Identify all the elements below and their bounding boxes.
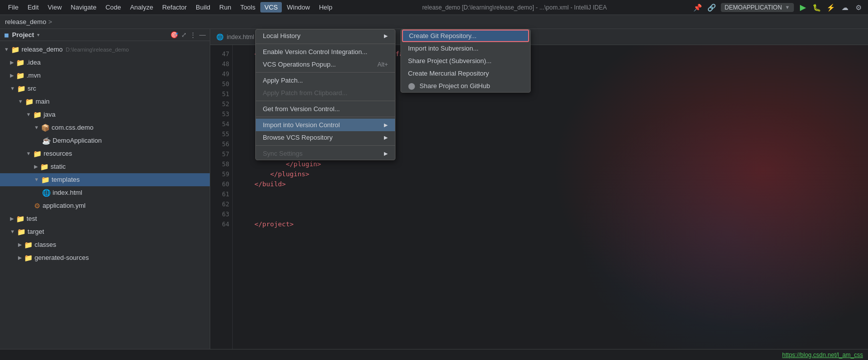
- breadcrumb-project[interactable]: release_demo: [5, 18, 46, 26]
- menu-bar: File Edit View Navigate Code Analyze Ref…: [4, 2, 336, 13]
- menu-vcs[interactable]: VCS: [260, 2, 282, 13]
- line-num: 56: [213, 139, 229, 149]
- tree-item-application-yml[interactable]: ⚙ application.yml: [0, 199, 210, 212]
- line-num: 52: [213, 99, 229, 109]
- tree-item-static[interactable]: ▶ 📁 static: [0, 160, 210, 173]
- menu-edit[interactable]: Edit: [24, 2, 43, 13]
- submenu-share-github[interactable]: ⬤ Share Project on GitHub: [401, 80, 530, 92]
- folder-icon: 📁: [16, 70, 25, 81]
- dropdown-sync-settings: Sync Settings ▶: [256, 147, 395, 160]
- coverage-button[interactable]: ☁: [840, 3, 850, 13]
- tree-item-java[interactable]: ▼ 📁 java: [0, 108, 210, 121]
- dropdown-enable-vcs[interactable]: Enable Version Control Integration...: [256, 46, 395, 58]
- debug-button[interactable]: 🐛: [812, 3, 822, 13]
- menu-file[interactable]: File: [4, 2, 23, 13]
- line-num: 63: [213, 209, 229, 219]
- line-num: 48: [213, 59, 229, 69]
- status-bar: https://blog.csdn.net/l_am_css: [0, 349, 868, 360]
- tree-item-main[interactable]: ▼ 📁 main: [0, 95, 210, 108]
- tree-item-generated-sources[interactable]: ▶ 📁 generated-sources: [0, 251, 210, 264]
- tree-item-target[interactable]: ▼ 📁 target: [0, 225, 210, 238]
- submenu-create-mercurial[interactable]: Create Mercurial Repository: [401, 67, 530, 80]
- tree-item-label: test: [27, 213, 37, 224]
- dropdown-local-history[interactable]: Local History ▶: [256, 30, 395, 42]
- menu-refactor[interactable]: Refactor: [158, 2, 191, 13]
- dropdown-vcs-ops[interactable]: VCS Operations Popup... Alt+: [256, 58, 395, 71]
- vcs-icon[interactable]: 🔗: [707, 3, 717, 13]
- submenu-arrow: ▶: [384, 151, 388, 156]
- tree-item-label: com.css.demo: [52, 122, 94, 133]
- dropdown-get-vcs[interactable]: Get from Version Control...: [256, 103, 395, 115]
- collapse-arrow: ▼: [4, 44, 9, 55]
- tree-item-classes[interactable]: ▶ 📁 classes: [0, 238, 210, 251]
- submenu-create-git[interactable]: Create Git Repository...: [402, 30, 529, 42]
- run-configuration[interactable]: DEMOAPPLICATION ▼: [721, 3, 794, 12]
- menu-build[interactable]: Build: [192, 2, 214, 13]
- collapse-arrow: ▶: [34, 161, 38, 172]
- tree-item-label: .mvn: [27, 70, 41, 81]
- menu-run[interactable]: Run: [215, 2, 235, 13]
- submenu-item-label: Import into Subversion...: [408, 45, 479, 52]
- more-run-options[interactable]: ⚙: [854, 3, 864, 13]
- tree-item-com-css-demo[interactable]: ▼ 📦 com.css.demo: [0, 121, 210, 134]
- line-num: 55: [213, 129, 229, 139]
- tree-item-templates[interactable]: ▼ 📁 templates: [0, 173, 210, 186]
- expand-icon[interactable]: ⤢: [181, 31, 187, 39]
- dropdown-import-vcs[interactable]: Import into Version Control ▶: [256, 119, 395, 131]
- dropdown-separator: [256, 44, 395, 44]
- tree-item-label: index.html: [53, 187, 82, 198]
- menu-view[interactable]: View: [44, 2, 66, 13]
- tree-item-resources[interactable]: ▼ 📁 resources: [0, 147, 210, 160]
- menu-tools[interactable]: Tools: [236, 2, 259, 13]
- tree-item-mvn[interactable]: ▶ 📁 .mvn: [0, 69, 210, 82]
- github-icon: ⬤: [408, 82, 415, 90]
- dropdown-item-label: Get from Version Control...: [263, 105, 340, 113]
- menu-window[interactable]: Window: [283, 2, 314, 13]
- tree-item-label: generated-sources: [35, 252, 89, 263]
- line-num: 62: [213, 199, 229, 209]
- menu-analyze[interactable]: Analyze: [126, 2, 157, 13]
- package-icon: 📦: [41, 122, 50, 133]
- folder-icon: 📁: [24, 239, 33, 250]
- folder-icon: 📁: [16, 57, 25, 68]
- collapse-arrow: ▼: [34, 174, 39, 185]
- folder-icon: 📁: [33, 148, 42, 159]
- breadcrumb-separator: >: [48, 18, 52, 26]
- line-num: 47: [213, 49, 229, 59]
- dropdown-apply-patch[interactable]: Apply Patch...: [256, 74, 395, 87]
- tree-item-demo-app[interactable]: ☕ DemoApplication: [0, 134, 210, 147]
- project-icon: ◼: [4, 32, 9, 39]
- pin-icon[interactable]: 📌: [693, 3, 703, 13]
- submenu-item-label: Share Project on GitHub: [419, 82, 490, 90]
- folder-icon: 📁: [24, 252, 33, 263]
- line-numbers: 47 48 49 50 51 52 53 54 55 56 57 58 59 6…: [210, 45, 233, 360]
- line-num: 53: [213, 109, 229, 119]
- kebab-icon[interactable]: ⋮: [190, 31, 196, 39]
- dropdown-browse-vcs[interactable]: Browse VCS Repository ▶: [256, 131, 395, 144]
- line-num: 51: [213, 89, 229, 99]
- tree-item-label: static: [51, 161, 66, 172]
- minimize-icon[interactable]: —: [199, 31, 206, 39]
- tree-item-index-html[interactable]: 🌐 index.html: [0, 186, 210, 199]
- profile-button[interactable]: ⚡: [826, 3, 836, 13]
- dropdown-item-label: Enable Version Control Integration...: [263, 48, 367, 56]
- tree-root[interactable]: ▼ 📁 release_demo D:\learning\release_dem…: [0, 43, 210, 56]
- title-bar: File Edit View Navigate Code Analyze Ref…: [0, 0, 868, 15]
- dropdown-separator: [256, 145, 395, 146]
- run-button[interactable]: ▶: [798, 3, 808, 13]
- menu-help[interactable]: Help: [315, 2, 336, 13]
- submenu-import-subversion[interactable]: Import into Subversion...: [401, 42, 530, 55]
- sidebar-title: Project: [12, 31, 34, 39]
- dropdown-item-label: VCS Operations Popup...: [263, 61, 336, 68]
- tree-item-src[interactable]: ▼ 📁 src: [0, 82, 210, 95]
- submenu-share-subversion[interactable]: Share Project (Subversion)...: [401, 55, 530, 67]
- collapse-arrow: ▼: [10, 226, 15, 237]
- tree-item-idea[interactable]: ▶ 📁 .idea: [0, 56, 210, 69]
- sidebar-toolbar: 🎯 ⤢ ⋮ —: [170, 31, 206, 39]
- target-icon[interactable]: 🎯: [170, 31, 178, 39]
- submenu-arrow: ▶: [384, 33, 388, 39]
- csdn-link[interactable]: https://blog.csdn.net/l_am_css: [782, 351, 863, 358]
- menu-navigate[interactable]: Navigate: [67, 2, 100, 13]
- menu-code[interactable]: Code: [102, 2, 125, 13]
- tree-item-test[interactable]: ▶ 📁 test: [0, 212, 210, 225]
